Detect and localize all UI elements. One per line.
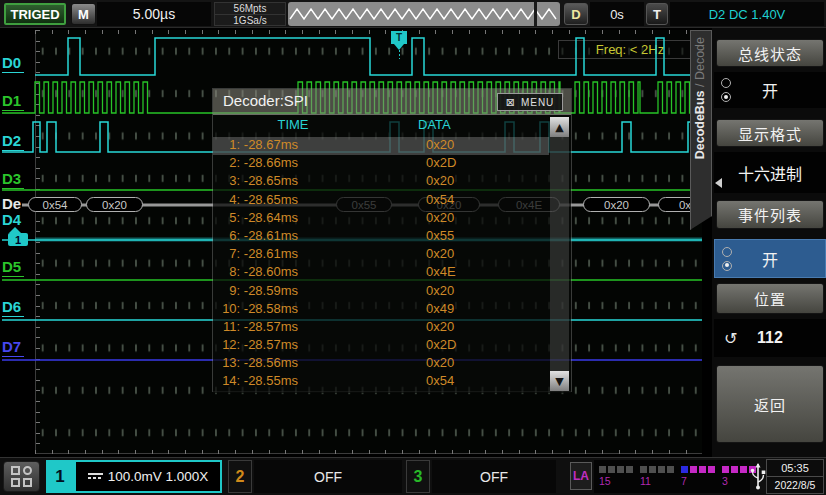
dialog-menu-button[interactable]: ⊠ MENU: [497, 93, 563, 111]
delay-badge[interactable]: D: [564, 3, 588, 25]
waveform-preview-bar[interactable]: [288, 2, 560, 26]
channel-label-d6[interactable]: D6: [2, 297, 24, 317]
radio-off-icon: [721, 78, 731, 88]
tab-secondary-label: / Decode: [693, 37, 707, 91]
oscilloscope-screen: TRIGED M 5.00µs 56Mpts 1GSa/s D 0s T D2 …: [0, 0, 826, 495]
scroll-up-icon[interactable]: ▲: [550, 117, 569, 137]
decoder-row[interactable]: 12: -28.57ms0x2D: [213, 337, 549, 355]
decoder-row[interactable]: 11: -28.57ms0x20: [213, 319, 549, 337]
waveform-plot: Freq: < 2Hz D0 D1 D2 D3 De D4 D5 D6: [0, 28, 706, 457]
bus-value-bubble: 0x20: [86, 197, 143, 212]
radio-on-icon: [722, 261, 732, 271]
row-data: 0x20: [426, 137, 454, 152]
decoder-row[interactable]: 7: -28.61ms0x20: [213, 246, 549, 264]
decoder-dialog-titlebar[interactable]: Decoder:SPI ⊠ MENU: [213, 89, 571, 115]
row-data: 0x20: [426, 246, 454, 261]
bus-value-bubble: 0x20: [583, 197, 650, 212]
row-time: 12: -28.57ms: [213, 337, 298, 352]
channel-label-d1[interactable]: D1: [2, 91, 24, 111]
trace-d0: [35, 38, 702, 75]
la-bit-icon: [681, 466, 688, 473]
ch1-level-marker[interactable]: 1: [8, 227, 28, 246]
sample-rate: 1GSa/s: [215, 14, 285, 26]
decoder-row[interactable]: 14: -28.55ms0x54: [213, 373, 549, 391]
radio-group-icon: [721, 78, 731, 102]
menu-header-position: 位置: [716, 283, 824, 314]
decoder-row[interactable]: 8: -28.60ms0x4E: [213, 264, 549, 282]
trigger-position-marker[interactable]: T: [391, 31, 407, 59]
usb-icon: [750, 461, 766, 492]
channel-label-d0[interactable]: D0: [2, 53, 24, 73]
decoder-row[interactable]: 3: -28.65ms0x20: [213, 173, 549, 191]
row-data: 0x20: [426, 319, 454, 334]
decode-menu-tab[interactable]: DecodeBus / Decode: [690, 30, 712, 230]
decoder-row[interactable]: 1: -28.67ms0x20: [213, 137, 549, 155]
decoder-row[interactable]: 5: -28.64ms0x20: [213, 210, 549, 228]
la-bit-group: 15: [599, 466, 633, 493]
la-bit-icon: [617, 466, 624, 473]
row-data: 0x20: [426, 210, 454, 225]
event-list-scrollbar[interactable]: ▲ ▼: [550, 117, 569, 391]
logic-analyzer-badge[interactable]: LA: [570, 462, 592, 490]
horizontal-mode-button[interactable]: M: [71, 3, 96, 25]
decoder-row[interactable]: 13: -28.56ms0x20: [213, 355, 549, 373]
preview-waveform-icon: [288, 2, 560, 26]
ch1-marker-number: 1: [8, 233, 28, 246]
channel-label-d5[interactable]: D5: [2, 257, 24, 277]
la-bit-icon: [690, 466, 697, 473]
row-time: 3: -28.65ms: [213, 173, 298, 188]
la-bit-group: 7: [681, 466, 715, 493]
menu-item-bus-status-on[interactable]: 开: [714, 72, 826, 108]
channel3-status[interactable]: OFF: [432, 460, 556, 493]
decoder-event-list: TIME DATA 1: -28.67ms0x202: -28.66ms0x2D…: [213, 115, 571, 393]
menu-item-position-value[interactable]: ↺ 112: [714, 319, 826, 357]
channel2-status[interactable]: OFF: [254, 460, 402, 493]
column-header-data: DATA: [418, 117, 451, 132]
menu-item-label: 开: [762, 78, 778, 102]
trigger-flag-icon: T: [391, 31, 407, 44]
menu-header-event-list: 事件列表: [716, 200, 824, 229]
decoder-row[interactable]: 10: -28.58ms0x49: [213, 301, 549, 319]
left-arrow-icon: [715, 178, 722, 188]
decoder-row[interactable]: 9: -28.59ms0x20: [213, 283, 549, 301]
menu-item-event-list-on[interactable]: 开: [714, 239, 826, 278]
preview-waveform: [290, 9, 556, 19]
preview-window-divider: [534, 2, 537, 26]
menu-item-hexadecimal[interactable]: 十六进制: [714, 152, 826, 193]
channel-label-d2[interactable]: D2: [2, 131, 24, 151]
knob-icon: ↺: [724, 329, 737, 348]
bus-value-bubble: 0x54: [28, 197, 82, 212]
scroll-down-icon[interactable]: ▼: [550, 371, 569, 391]
row-data: 0x20: [426, 173, 454, 188]
decoder-row[interactable]: 4: -28.65ms0x54: [213, 192, 549, 210]
menu-sidebar: DecodeBus / Decode 总线状态 开 显示格式 十六进制 事件列表…: [688, 28, 826, 457]
row-time: 10: -28.58ms: [213, 301, 298, 316]
menu-item-label: 开: [762, 247, 778, 271]
channel2-badge[interactable]: 2: [228, 460, 252, 493]
time-readout: 05:35: [766, 459, 824, 477]
row-time: 13: -28.56ms: [213, 355, 298, 370]
position-value: 112: [757, 329, 783, 347]
row-time: 6: -28.61ms: [213, 228, 298, 243]
la-bit-icon: [667, 466, 674, 473]
decoder-row[interactable]: 6: -28.61ms0x55: [213, 228, 549, 246]
channel-label-d3[interactable]: D3: [2, 169, 24, 189]
date-readout: 2022/8/5: [766, 476, 824, 494]
la-bit-icon: [608, 466, 615, 473]
channel-label-d7[interactable]: D7: [2, 337, 24, 357]
channel1-badge[interactable]: 1: [46, 460, 74, 493]
home-menu-button[interactable]: [3, 461, 40, 492]
back-button[interactable]: 返回: [716, 365, 824, 443]
channel3-badge[interactable]: 3: [406, 460, 430, 493]
decoder-row[interactable]: 2: -28.66ms0x2D: [213, 155, 549, 173]
main-area: Freq: < 2Hz D0 D1 D2 D3 De D4 D5 D6: [0, 28, 826, 457]
trigger-badge[interactable]: T: [646, 3, 668, 25]
row-time: 4: -28.65ms: [213, 192, 298, 207]
la-bit-groups[interactable]: 151173: [594, 460, 750, 493]
decoder-dialog-title: Decoder:SPI: [223, 92, 308, 109]
radio-on-icon: [721, 92, 731, 102]
channel1-settings[interactable]: 100.0mV 1.000X: [74, 460, 222, 493]
acquisition-readout: 56Mpts 1GSa/s: [214, 2, 286, 26]
la-group-label: 15: [599, 475, 633, 487]
la-bit-icon: [740, 466, 747, 473]
